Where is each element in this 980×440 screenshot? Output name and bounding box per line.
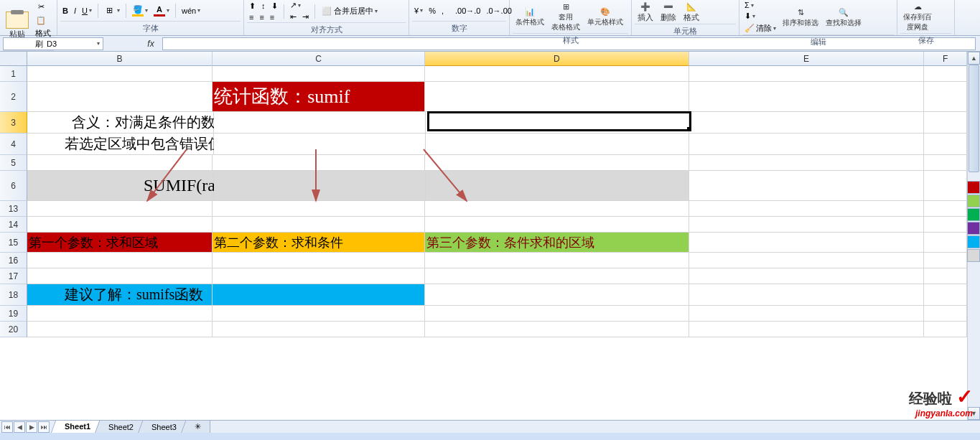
save-baidu-button[interactable]: ☁保存到百 度网盘 [900,0,935,33]
cell-E2[interactable] [689,82,925,112]
column-header-E[interactable]: E [689,52,925,66]
font-color-button[interactable]: A▾ [151,4,172,17]
format-button[interactable]: 📐格式 [681,0,702,24]
align-right-button[interactable]: ≡ [268,12,276,22]
row-header-17[interactable]: 17 [0,268,27,284]
cell-C18[interactable] [213,284,425,306]
fill-button[interactable]: ⬇▾ [742,11,778,22]
cell-B2[interactable] [27,82,213,112]
column-header-C[interactable]: C [213,52,425,66]
align-bottom-button[interactable]: ⬇ [269,1,280,11]
cell-F20[interactable] [924,322,967,337]
cell-C14[interactable] [213,217,425,233]
cell-B20[interactable] [27,322,213,337]
tab-next-button[interactable]: ▶ [26,421,37,433]
cell-F5[interactable] [924,155,967,171]
cell-B15[interactable]: 第一个参数：求和区域 [27,233,213,253]
cell-E17[interactable] [689,268,925,284]
underline-button[interactable]: U▾ [80,6,94,16]
cell-D6[interactable] [426,171,689,201]
column-header-B[interactable]: B [27,52,213,66]
cell-F17[interactable] [924,268,967,284]
cell-C1[interactable] [213,66,425,82]
cell-B6[interactable]: SUMIF(range,crteria,[sum_range]) [27,171,214,201]
cell-C4[interactable] [214,134,426,155]
sheet-tab-sheet1[interactable]: Sheet1 [56,421,100,434]
cell-B3[interactable]: 含义：对满足条件的数据求和 [27,112,214,134]
percent-button[interactable]: % [426,6,438,16]
cell-D19[interactable] [425,306,689,322]
copy-button[interactable]: 📋 [33,14,54,27]
cell-D4[interactable] [426,134,689,155]
sort-filter-button[interactable]: ⇅排序和筛选 [780,6,821,29]
fill-color-button[interactable]: 🪣▾ [130,4,150,17]
cell-grid[interactable]: 统计函数：sumif含义：对满足条件的数据求和若选定区域中包含错误值，则无法得到… [27,66,967,420]
conditional-format-button[interactable]: 📊条件格式 [513,5,547,28]
cell-E6[interactable] [689,171,924,201]
align-center-button[interactable]: ≡ [257,12,266,22]
scroll-thumb[interactable] [969,65,979,172]
row-header-6[interactable]: 6 [0,171,27,201]
cell-F1[interactable] [924,66,967,82]
cell-D5[interactable] [425,155,689,171]
cell-E13[interactable] [689,201,925,217]
scroll-up-button[interactable]: ▲ [968,52,980,65]
select-all-corner[interactable] [0,52,27,66]
sheet-tab-sheet3[interactable]: Sheet3 [143,421,186,434]
cell-C5[interactable] [213,155,425,171]
row-header-3[interactable]: 3 [0,112,27,134]
cell-F6[interactable] [924,171,967,201]
cell-F13[interactable] [924,201,967,217]
cell-D17[interactable] [425,268,689,284]
column-header-D[interactable]: D [425,52,689,66]
cell-F14[interactable] [924,217,967,233]
row-header-19[interactable]: 19 [0,306,27,322]
delete-button[interactable]: ➖删除 [658,0,679,24]
cell-B4[interactable]: 若选定区域中包含错误值，则无法得到计算结果 [27,134,214,155]
cell-F16[interactable] [924,253,967,268]
column-header-F[interactable]: F [924,52,967,66]
cell-B17[interactable] [27,268,213,284]
fx-button[interactable]: fx [142,37,159,50]
row-header-20[interactable]: 20 [0,322,27,337]
row-header-14[interactable]: 14 [0,217,27,233]
cell-E19[interactable] [689,306,925,322]
cell-F19[interactable] [924,306,967,322]
row-header-5[interactable]: 5 [0,155,27,171]
row-header-16[interactable]: 16 [0,253,27,268]
new-sheet-button[interactable]: ✳ [186,421,210,434]
row-header-13[interactable]: 13 [0,201,27,217]
bold-button[interactable]: B [60,6,70,16]
cell-E20[interactable] [689,322,925,337]
cut-button[interactable]: ✂ [33,0,54,13]
comma-button[interactable]: , [439,6,446,16]
merge-center-button[interactable]: ⬜合并后居中▾ [319,5,380,18]
italic-button[interactable]: I [72,6,78,16]
cell-C20[interactable] [213,322,425,337]
cell-styles-button[interactable]: 🎨单元格样式 [584,5,626,28]
cell-C13[interactable] [213,201,425,217]
sheet-tab-sheet2[interactable]: Sheet2 [100,421,143,434]
cell-C2[interactable]: 统计函数：sumif [213,82,425,112]
cell-D3[interactable] [426,112,689,134]
border-button[interactable]: ⊞▾ [102,4,122,17]
cell-D20[interactable] [425,322,689,337]
cell-B14[interactable] [27,217,213,233]
cell-B19[interactable] [27,306,213,322]
currency-button[interactable]: ¥▾ [412,6,425,16]
cell-B13[interactable] [27,201,213,217]
orientation-button[interactable]: ↗▾ [288,0,311,11]
decrease-indent-button[interactable]: ⇤ [288,11,299,22]
cell-F3[interactable] [924,112,967,134]
cell-C6[interactable] [214,171,426,201]
clear-button[interactable]: 🧹清除▾ [742,22,778,34]
paste-button[interactable]: 粘贴 [3,11,32,40]
cell-D15[interactable]: 第三个参数：条件求和的区域 [425,233,689,253]
cell-E4[interactable] [689,134,924,155]
cell-F18[interactable] [924,284,967,306]
cell-E5[interactable] [689,155,925,171]
cell-B18[interactable]: 建议了解：sumifs函数 [27,284,213,306]
cell-E1[interactable] [689,66,925,82]
align-middle-button[interactable]: ↕ [259,1,268,11]
cell-D2[interactable] [425,82,689,112]
